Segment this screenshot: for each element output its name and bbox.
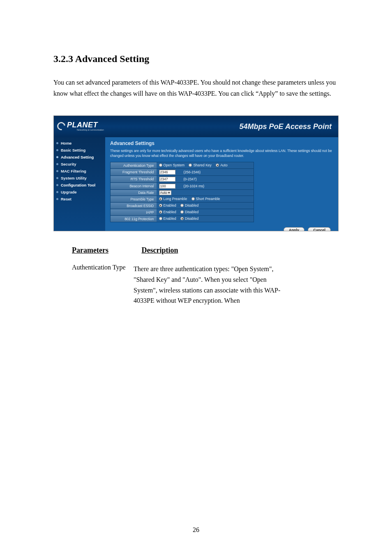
apply-button[interactable]: Apply: [284, 227, 304, 231]
sidebar-item-system[interactable]: System Utility: [54, 175, 105, 182]
bullet-icon: [56, 156, 58, 158]
essid-label: Broadcast ESSID: [111, 203, 157, 209]
bullet-icon: [56, 142, 58, 144]
iapp-row: IAPP Enabled Disabled: [111, 209, 254, 216]
auth-type-row: Authentication Type Open System Shared K…: [111, 162, 254, 169]
radio-icon: [180, 204, 184, 207]
radio-icon: [159, 217, 162, 220]
radio-label: Enabled: [164, 216, 176, 221]
fragment-row: Fragment Threshold 2346(256-2346): [111, 169, 254, 176]
table-header-parameters: Parameters: [72, 246, 108, 255]
iapp-enabled-radio[interactable]: Enabled: [159, 210, 176, 214]
radio-icon: [159, 197, 162, 200]
app-header: PLANET Networking & Communication 54Mbps…: [54, 116, 338, 137]
sidebar-item-home[interactable]: Home: [54, 140, 105, 147]
sidebar-item-label: Configuration Tool: [61, 183, 95, 187]
rts-range: (0-2347): [184, 177, 197, 181]
bullet-icon: [56, 184, 58, 186]
main-panel: Advanced Settings These settings are onl…: [105, 137, 338, 231]
radio-icon: [180, 217, 184, 220]
radio-label: Shared Key: [193, 163, 211, 167]
radio-label: Disabled: [185, 216, 198, 221]
settings-table: Authentication Type Open System Shared K…: [110, 162, 254, 222]
rate-select[interactable]: Auto ▾: [159, 190, 172, 195]
essid-disabled-radio[interactable]: Disabled: [180, 203, 198, 207]
sidebar-item-upgrade[interactable]: Upgrade: [54, 189, 105, 196]
essid-enabled-radio[interactable]: Enabled: [159, 203, 176, 207]
preamble-short-radio[interactable]: Short Preamble: [191, 197, 220, 201]
beacon-label: Beacon Interval: [111, 183, 157, 190]
rts-label: RTS Threshold: [111, 176, 157, 183]
rate-label: Data Rate: [111, 190, 157, 196]
beacon-range: (20-1024 ms): [184, 184, 205, 188]
radio-icon: [189, 164, 192, 167]
radio-icon: [191, 197, 195, 200]
brand-logo-text: PLANET: [67, 121, 104, 129]
sidebar-item-label: Home: [61, 141, 71, 145]
bullet-icon: [56, 177, 58, 179]
radio-label: Short Preamble: [196, 197, 220, 201]
rts-input[interactable]: 2347: [159, 177, 175, 182]
sidebar-item-config[interactable]: Configuration Tool: [54, 182, 105, 189]
sidebar-item-mac[interactable]: MAC Filtering: [54, 168, 105, 175]
fragment-input[interactable]: 2346: [159, 170, 175, 175]
rate-value: Auto: [160, 191, 168, 195]
protection-row: 802.11g Protection Enabled Disabled: [111, 216, 254, 222]
beacon-row: Beacon Interval 100(20-1024 ms): [111, 183, 254, 190]
radio-label: Long Preamble: [164, 197, 187, 201]
radio-label: Open System: [164, 163, 185, 167]
page-title: Advanced Settings: [110, 140, 333, 146]
radio-icon: [159, 204, 162, 207]
bullet-icon: [56, 198, 58, 200]
sidebar-item-label: Reset: [61, 197, 71, 201]
auth-auto-radio[interactable]: Auto: [216, 163, 228, 167]
auth-type-row-label: Authentication Type: [72, 264, 126, 271]
brand-logo: PLANET Networking & Communication: [57, 121, 104, 131]
iapp-disabled-radio[interactable]: Disabled: [180, 210, 198, 214]
auth-type-row-desc: There are three authentication types: "O…: [134, 264, 292, 306]
radio-icon: [159, 164, 162, 167]
fragment-range: (256-2346): [184, 170, 201, 174]
essid-row: Broadcast ESSID Enabled Disabled: [111, 203, 254, 209]
preamble-long-radio[interactable]: Long Preamble: [159, 197, 187, 201]
protection-enabled-radio[interactable]: Enabled: [159, 216, 176, 221]
fragment-label: Fragment Threshold: [111, 169, 157, 176]
bullet-icon: [56, 163, 58, 165]
beacon-input[interactable]: 100: [159, 184, 175, 189]
iapp-label: IAPP: [111, 209, 157, 216]
section-number: 3.2.3 Advanced Setting: [53, 53, 339, 64]
radio-label: Enabled: [164, 210, 176, 214]
page-description: These settings are only for more technic…: [110, 149, 332, 159]
radio-label: Disabled: [185, 203, 198, 207]
planet-ring-icon: [55, 120, 67, 132]
sidebar-item-security[interactable]: Security: [54, 161, 105, 168]
protection-disabled-radio[interactable]: Disabled: [180, 216, 198, 221]
auth-shared-radio[interactable]: Shared Key: [189, 163, 211, 167]
radio-label: Enabled: [164, 203, 176, 207]
bullet-icon: [56, 149, 58, 151]
preamble-row: Preamble Type Long Preamble Short Preamb…: [111, 196, 254, 203]
config-ui-screenshot: PLANET Networking & Communication 54Mbps…: [53, 115, 339, 231]
auth-type-label: Authentication Type: [111, 162, 157, 169]
sidebar-item-label: Advanced Setting: [61, 155, 94, 159]
bullet-icon: [56, 170, 58, 172]
auth-open-radio[interactable]: Open System: [159, 163, 185, 167]
radio-icon: [159, 210, 162, 214]
rts-row: RTS Threshold 2347(0-2347): [111, 176, 254, 183]
bullet-icon: [56, 191, 58, 193]
table-header-description: Description: [141, 246, 178, 255]
page-number: 26: [0, 526, 392, 534]
sidebar-item-label: Security: [61, 162, 76, 166]
sidebar-item-reset[interactable]: Reset: [54, 196, 105, 203]
product-title: 54Mbps PoE Access Point: [240, 122, 332, 131]
radio-icon: [180, 210, 184, 214]
brand-logo-subtitle: Networking & Communication: [77, 129, 104, 131]
sidebar-item-label: Upgrade: [61, 190, 77, 194]
preamble-label: Preamble Type: [111, 196, 157, 203]
sidebar-item-basic[interactable]: Basic Setting: [54, 147, 105, 154]
radio-icon: [216, 164, 219, 167]
sidebar-item-label: System Utility: [61, 176, 87, 180]
protection-label: 802.11g Protection: [111, 216, 157, 222]
cancel-button[interactable]: Cancel: [308, 227, 331, 231]
sidebar-item-advanced[interactable]: Advanced Setting: [54, 154, 105, 161]
